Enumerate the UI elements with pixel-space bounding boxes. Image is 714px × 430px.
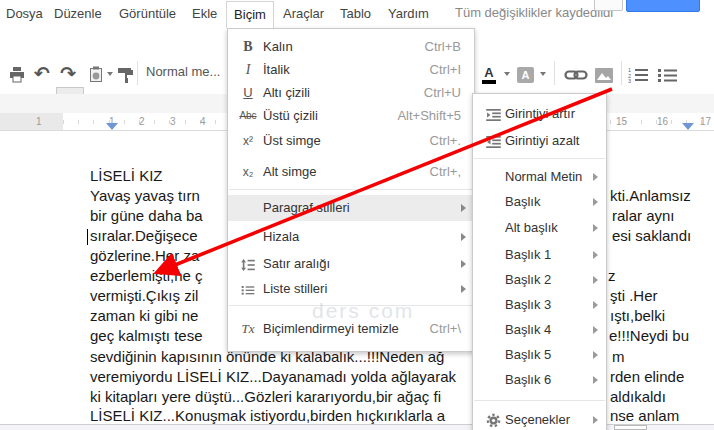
insert-link-button[interactable] (564, 64, 588, 86)
left-indent-marker[interactable] (106, 123, 118, 130)
submenu-item-heading3[interactable]: Başlık 3 (473, 293, 606, 317)
text-color-button[interactable]: A (482, 64, 496, 86)
menu-item-shortcut: Ctrl+U (424, 81, 461, 105)
submenu-arrow-icon (461, 285, 466, 293)
menu-item-label: İtalik (263, 58, 290, 82)
menu-yardim[interactable]: Yardım (388, 0, 429, 28)
submenu-item-title[interactable]: Başlık (473, 190, 606, 214)
paragraph-style-selector[interactable]: Normal me... (146, 64, 220, 79)
submenu-item-heading2[interactable]: Başlık 2 (473, 268, 606, 292)
menu-item-italic[interactable]: I İtalik Ctrl+I (228, 58, 474, 82)
submenu-item-heading6[interactable]: Başlık 6 (473, 368, 606, 392)
menu-item-bold[interactable]: B Kalın Ctrl+B (228, 35, 474, 59)
web-clipboard-button[interactable] (88, 64, 104, 86)
share-button[interactable] (626, 0, 700, 12)
submenu-item-heading1[interactable]: Başlık 1 (473, 243, 606, 267)
line-spacing-icon (237, 252, 259, 276)
redo-button[interactable]: ↷ (60, 62, 76, 84)
submenu-item-subtitle[interactable]: Alt başlık (473, 216, 606, 240)
menu-item-subscript[interactable]: x₂ Alt simge Ctrl+, (228, 160, 474, 184)
submenu-arrow-icon (461, 233, 466, 241)
submenu-item-normal-text[interactable]: Normal Metin (473, 165, 606, 189)
submenu-item-increase-indent[interactable]: Girintiyi artır (473, 102, 606, 126)
right-indent-marker[interactable] (682, 123, 694, 130)
submenu-item-label: Başlık 1 (505, 243, 551, 267)
menu-item-label: Alt simge (263, 160, 316, 184)
submenu-item-options[interactable]: Seçenekler (473, 408, 606, 430)
submenu-arrow-icon (593, 351, 598, 359)
clear-formatting-icon: Tx (237, 317, 259, 341)
menu-araclar[interactable]: Araçlar (283, 0, 324, 28)
menu-separator (229, 189, 473, 190)
ruler-number: 2 (139, 116, 145, 127)
submenu-item-label: Başlık 3 (505, 293, 551, 317)
clipboard-icon (88, 66, 104, 84)
menu-item-list-styles[interactable]: Liste stilleri (228, 277, 474, 301)
text-cursor (87, 229, 88, 245)
menu-item-paragraph-styles[interactable]: Paragraf stilleri (228, 195, 474, 221)
print-button[interactable] (8, 64, 26, 86)
menu-dosya[interactable]: Dosya (6, 0, 43, 28)
doc-line: zaman ki gibi ne (90, 306, 198, 326)
submenu-arrow-icon (593, 326, 598, 334)
subscript-icon: x₂ (237, 160, 259, 184)
menu-item-shortcut: Alt+Shift+5 (397, 104, 461, 128)
menu-goruntule[interactable]: Görüntüle (119, 0, 176, 28)
highlight-color-caret[interactable] (540, 72, 546, 76)
paint-format-button[interactable] (117, 64, 135, 86)
submenu-item-label: Başlık 2 (505, 268, 551, 292)
menu-item-shortcut: Ctrl+, (430, 160, 461, 184)
ruler-number: 16 (657, 116, 668, 127)
numbered-list-button[interactable]: 1 2 3 (628, 64, 649, 86)
bold-icon: B (237, 35, 259, 59)
paragraph-styles-submenu: Girintiyi artır Girintiyi azalt Normal M… (472, 93, 607, 430)
decrease-indent-icon (482, 129, 504, 153)
numbered-list-icon: 1 2 3 (628, 67, 649, 83)
insert-image-button[interactable] (595, 64, 613, 86)
menu-item-underline[interactable]: U Altı çizili Ctrl+U (228, 81, 474, 105)
doc-line: ıştı,belki (610, 306, 665, 326)
submenu-arrow-icon (593, 251, 598, 259)
highlight-color-button[interactable]: A (517, 64, 534, 86)
doc-line: veremiyordu LİSELİ KIZ...Dayanamadı yold… (90, 367, 456, 387)
submenu-item-label: Alt başlık (505, 216, 558, 240)
bulleted-list-icon (657, 67, 678, 83)
watermark: ders com (312, 299, 414, 323)
menu-duzenle[interactable]: Düzenle (54, 0, 102, 28)
menu-item-label: Paragraf stilleri (263, 195, 350, 221)
horizontal-scrollbar-thumb[interactable] (614, 425, 647, 430)
submenu-arrow-icon (593, 173, 598, 181)
submenu-arrow-icon (461, 204, 466, 212)
menu-item-superscript[interactable]: x² Üst simge Ctrl+. (228, 129, 474, 153)
menu-ekle[interactable]: Ekle (192, 0, 217, 28)
text-color-caret[interactable] (504, 72, 510, 76)
menu-item-label: Liste stilleri (263, 277, 327, 301)
doc-line: e!!!Neydi bu (609, 326, 689, 346)
doc-line: bir güne daha ba (90, 206, 203, 226)
undo-button[interactable]: ↶ (34, 62, 50, 84)
clipboard-dropdown-caret[interactable] (107, 72, 113, 76)
undo-icon: ↶ (34, 64, 50, 83)
submenu-item-heading4[interactable]: Başlık 4 (473, 318, 606, 342)
submenu-item-label: Başlık 6 (505, 368, 551, 392)
menu-item-strikethrough[interactable]: Abc Üstü çizili Alt+Shift+5 (228, 104, 474, 128)
menu-item-align[interactable]: Hizala (228, 225, 474, 249)
menu-tablo[interactable]: Tablo (340, 0, 371, 28)
menu-item-shortcut: Ctrl+B (425, 35, 461, 59)
submenu-item-label: Başlık 5 (505, 343, 551, 367)
doc-line: ralar aynı (612, 206, 675, 226)
doc-line: geç kalmıştı tese (90, 326, 203, 346)
doc-line: rden elinde (610, 367, 684, 387)
submenu-arrow-icon (593, 301, 598, 309)
menu-bicim-open[interactable]: Biçim (226, 1, 274, 28)
bulleted-list-button[interactable] (657, 64, 678, 86)
submenu-item-label: Başlık (505, 190, 540, 214)
menu-item-line-spacing[interactable]: Satır aralığı (228, 252, 474, 276)
submenu-item-heading5[interactable]: Başlık 5 (473, 343, 606, 367)
comments-button[interactable] (594, 0, 623, 11)
google-docs-window: Dosya Düzenle Görüntüle Ekle Biçim Araçl… (0, 0, 714, 430)
menu-item-label: Altı çizili (263, 81, 310, 105)
submenu-item-decrease-indent[interactable]: Girintiyi azalt (473, 129, 606, 153)
doc-line: aldıkaldı (610, 387, 666, 407)
menu-separator (474, 158, 605, 159)
